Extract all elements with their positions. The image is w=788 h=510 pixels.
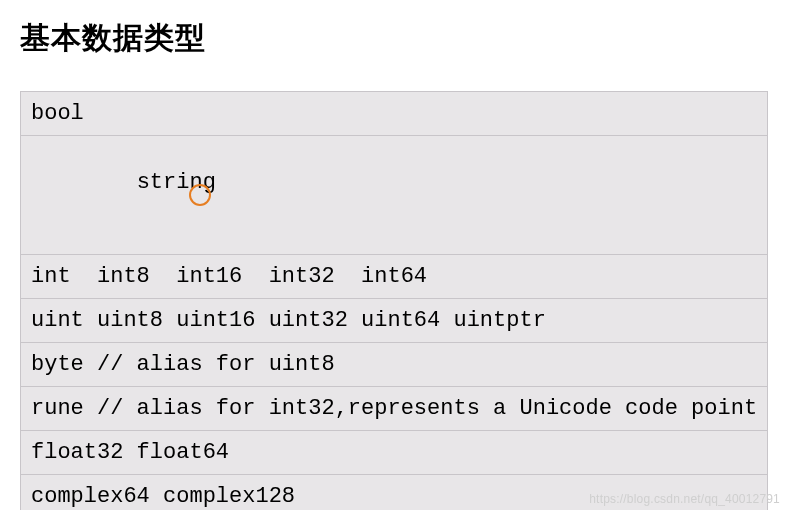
table-row: int int8 int16 int32 int64 <box>21 255 768 299</box>
table-row: uint uint8 uint16 uint32 uint64 uintptr <box>21 299 768 343</box>
table-row: string <box>21 136 768 255</box>
watermark-text: https://blog.csdn.net/qq_40012791 <box>589 492 780 506</box>
page-title: 基本数据类型 <box>20 18 768 59</box>
type-cell-bool: bool <box>21 92 768 136</box>
type-cell-byte: byte // alias for uint8 <box>21 343 768 387</box>
type-cell-rune: rune // alias for int32,represents a Uni… <box>21 387 768 431</box>
type-cell-float: float32 float64 <box>21 431 768 475</box>
table-row: rune // alias for int32,represents a Uni… <box>21 387 768 431</box>
table-row: bool <box>21 92 768 136</box>
table-row: byte // alias for uint8 <box>21 343 768 387</box>
type-cell-int: int int8 int16 int32 int64 <box>21 255 768 299</box>
table-row: float32 float64 <box>21 431 768 475</box>
type-cell-uint: uint uint8 uint16 uint32 uint64 uintptr <box>21 299 768 343</box>
types-table: bool string int int8 int16 int32 int64 u… <box>20 91 768 510</box>
type-cell-string: string <box>21 136 768 255</box>
cursor-circle-icon <box>189 184 211 206</box>
